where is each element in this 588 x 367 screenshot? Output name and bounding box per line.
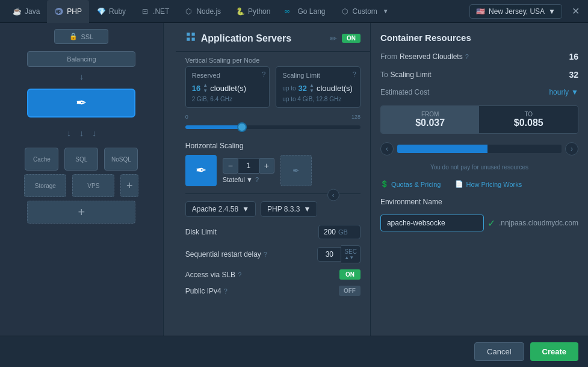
public-ipv4-toggle[interactable]: OFF — [339, 286, 361, 296]
stateful-label: Stateful — [223, 176, 245, 183]
scaling-grid: ? Reserved 16 ▲▼ cloudlet(s) 2 GiB, 6.4 … — [176, 66, 370, 114]
restart-delay-info[interactable]: ? — [264, 251, 267, 258]
access-slb-info[interactable]: ? — [238, 271, 241, 278]
svg-rect-3 — [187, 38, 190, 41]
increment-button[interactable]: + — [259, 158, 274, 174]
arrow-down-4: ↓ — [92, 128, 96, 138]
php-version-select[interactable]: PHP 8.3.3 ▼ — [261, 201, 317, 217]
tab-nodejs[interactable]: ⬡ Node.js — [176, 0, 228, 23]
add-layer-button[interactable]: + — [27, 201, 135, 224]
tab-dotnet[interactable]: ⊟ .NET — [133, 0, 176, 23]
h-scale-controls: − 1 + Stateful ▼ ? — [223, 158, 274, 183]
svg-rect-4 — [191, 38, 194, 41]
hourly-selector[interactable]: hourly ▼ — [549, 88, 578, 96]
scaling-help-icon[interactable]: ? — [353, 71, 356, 78]
tab-golang[interactable]: GO Go Lang — [277, 0, 332, 23]
counter-row: − 1 + — [223, 158, 274, 174]
tab-bar: ☕ Java PHP 💎 Ruby ⊟ .NET ⬡ Node.js 🐍 Pyt… — [0, 0, 588, 23]
reserved-help-icon[interactable]: ? — [262, 71, 265, 78]
balancing-button[interactable]: Balancing — [27, 51, 135, 67]
pricing-works-link[interactable]: 📄 How Pricing Works — [455, 180, 522, 188]
hourly-label: hourly — [549, 88, 569, 96]
nosql-label: NoSQL — [111, 156, 131, 163]
public-ipv4-row: Public IPv4 ? OFF — [176, 283, 370, 299]
sql-label: SQL — [75, 156, 87, 163]
access-slb-label: Access via SLB ? — [185, 271, 335, 279]
collapse-arrow[interactable]: ‹ — [327, 23, 339, 367]
tab-golang-label: Go Lang — [297, 7, 325, 16]
ssl-button[interactable]: 🔒 SSL — [54, 29, 108, 44]
pricing-label: How Pricing Works — [466, 181, 522, 188]
quotas-link[interactable]: 💲 Quotas & Pricing — [380, 180, 441, 188]
public-ipv4-label: Public IPv4 ? — [185, 287, 334, 295]
reserved-title: Reserved — [192, 72, 264, 79]
pricing-links-row: 💲 Quotas & Pricing 📄 How Pricing Works — [380, 180, 578, 188]
tab-php[interactable]: PHP — [47, 0, 89, 23]
h-scale-empty-slot: ✒ — [280, 155, 312, 186]
tab-java-label: Java — [25, 7, 40, 16]
vps-node[interactable]: VPS — [72, 174, 114, 197]
svg-rect-1 — [187, 33, 190, 36]
right-panel: Container Resources From Reserved Cloudl… — [371, 23, 588, 367]
scaling-limit-sub: up to 4 GiB, 12.8 GHz — [282, 96, 354, 102]
cache-node[interactable]: Cache — [25, 148, 58, 171]
go-icon: GO — [285, 7, 294, 16]
slider-max: 128 — [351, 114, 361, 120]
reserved-sub: 2 GiB, 6.4 GHz — [192, 96, 264, 102]
env-name-input[interactable] — [380, 215, 484, 231]
storage-node[interactable]: Storage — [24, 174, 66, 197]
tab-ruby-label: Ruby — [109, 7, 126, 16]
python-icon: 🐍 — [235, 7, 245, 16]
stateful-info-icon[interactable]: ? — [255, 176, 259, 183]
svg-text:GO: GO — [285, 9, 289, 13]
region-selector[interactable]: 🇺🇸 New Jersey, USA ▼ — [469, 4, 562, 19]
empty-slot-icon: ✒ — [292, 166, 300, 175]
ruby-icon: 💎 — [96, 7, 106, 16]
from-label: From — [380, 52, 397, 61]
cancel-button[interactable]: Cancel — [474, 342, 524, 361]
add-node-button[interactable]: + — [120, 174, 138, 197]
disk-limit-input[interactable]: 200 GB — [318, 225, 361, 239]
usage-left-arrow[interactable]: ‹ — [380, 142, 394, 155]
storage-row: Storage VPS + — [24, 174, 138, 197]
usage-right-arrow[interactable]: › — [565, 142, 578, 155]
scaling-limit-box: ? Scaling Limit up to 32 ▲▼ cloudlet(s) … — [276, 66, 361, 108]
disk-limit-row: Disk Limit 200 GB — [176, 222, 370, 242]
scaling-limit-value-row: up to 32 ▲▼ cloudlet(s) — [282, 83, 354, 93]
tab-ruby[interactable]: 💎 Ruby — [89, 0, 133, 23]
sql-node[interactable]: SQL — [64, 148, 98, 171]
reserved-num: 16 — [192, 84, 200, 93]
decrement-button[interactable]: − — [223, 158, 238, 174]
tab-custom[interactable]: ⬡ Custom ▼ — [333, 0, 396, 23]
panel-collapse-icon[interactable]: ‹ — [327, 189, 339, 201]
reserved-arrows[interactable]: ▲▼ — [203, 83, 208, 93]
hourly-dropdown-icon: ▼ — [571, 88, 578, 96]
php-icon — [54, 7, 64, 16]
reserved-value-row: 16 ▲▼ cloudlet(s) — [192, 83, 264, 93]
apache-version-select[interactable]: Apache 2.4.58 ▼ — [185, 201, 256, 217]
stateful-dropdown[interactable]: Stateful ▼ — [223, 176, 253, 183]
scaling-limit-arrows[interactable]: ▲▼ — [309, 83, 314, 93]
panel-header: Application Servers ✏ ON — [176, 23, 370, 52]
tab-java[interactable]: ☕ Java — [5, 0, 47, 23]
nosql-node[interactable]: NoSQL — [104, 148, 138, 171]
sec-arrows[interactable]: ▲▼ — [344, 255, 357, 260]
public-ipv4-info[interactable]: ? — [224, 287, 227, 295]
tab-nodejs-label: Node.js — [196, 7, 221, 16]
footer-buttons: Cancel Create — [0, 336, 588, 367]
java-icon: ☕ — [12, 7, 22, 16]
restart-delay-row: Sequential restart delay ? 30 SEC ▲▼ — [176, 242, 370, 266]
php-node[interactable]: ✒ — [27, 89, 135, 118]
vertical-scaling-label: Vertical Scaling per Node — [176, 52, 370, 66]
tab-php-label: PHP — [67, 7, 82, 16]
access-slb-toggle[interactable]: ON — [339, 269, 361, 280]
on-badge[interactable]: ON — [342, 34, 361, 43]
slider-container: 0 128 — [176, 114, 370, 137]
quotas-label: Quotas & Pricing — [391, 181, 441, 188]
reserved-cloudlets-info[interactable]: ? — [465, 53, 469, 60]
tab-python-label: Python — [248, 7, 270, 16]
restart-delay-label: Sequential restart delay ? — [185, 250, 313, 259]
create-button[interactable]: Create — [530, 342, 578, 361]
close-button[interactable]: ✕ — [568, 5, 583, 17]
tab-python[interactable]: 🐍 Python — [228, 0, 277, 23]
